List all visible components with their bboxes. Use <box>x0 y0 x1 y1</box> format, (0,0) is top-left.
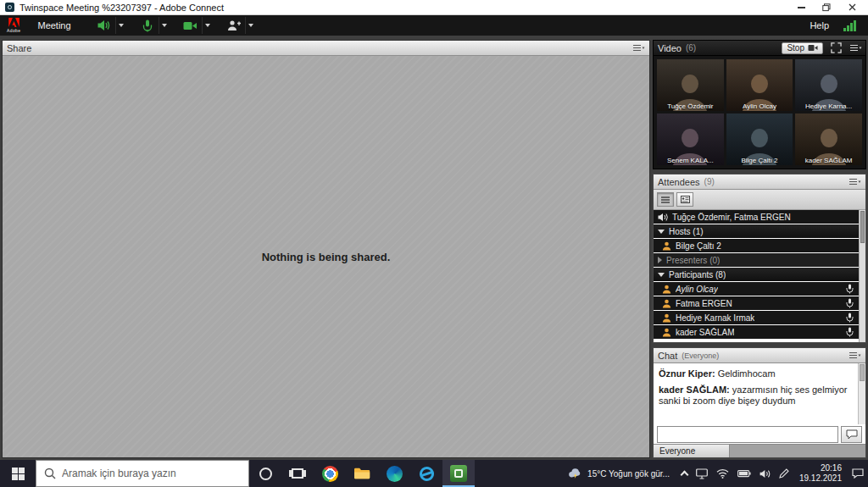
app-icon[interactable] <box>5 3 14 12</box>
chat-message: Öznur Kiper: Geldimhocam <box>659 368 853 379</box>
attendees-pod: Attendees (9) Tuğçe Özdemir, Fatma ERGEN <box>653 174 866 343</box>
video-tile[interactable]: Hediye Karna... <box>795 59 862 111</box>
speaker-icon <box>760 469 771 479</box>
video-tile[interactable]: kader SAĞLAM <box>795 113 862 165</box>
presenters-group-header[interactable]: Presenters (0) <box>654 253 865 267</box>
speaker-control-group <box>93 17 126 34</box>
active-speaker-icon <box>658 213 668 222</box>
hosts-group-header[interactable]: Hosts (1) <box>654 224 865 238</box>
share-pod-body: Nothing is being shared. <box>3 56 649 457</box>
pen-tray-button[interactable] <box>775 460 793 487</box>
microphone-icon[interactable] <box>136 17 159 34</box>
search-input[interactable] <box>62 468 241 479</box>
attendee-name: Aylin Olcay <box>676 285 718 294</box>
speaker-dropdown-arrow[interactable] <box>115 17 126 34</box>
webcam-dropdown-arrow[interactable] <box>202 17 213 34</box>
window-title: Twinspace Meeting %23207397 - Adobe Conn… <box>19 3 224 13</box>
adobe-connect-app-icon <box>450 465 467 482</box>
attendee-row[interactable]: Hediye Karnak Irmak <box>654 311 865 324</box>
pod-menu-icon <box>632 44 645 52</box>
attendees-count: (9) <box>704 177 715 186</box>
chat-pod-menu-button[interactable] <box>849 351 861 359</box>
participants-group-header[interactable]: Participants (8) <box>654 268 865 281</box>
restore-button[interactable] <box>814 0 839 14</box>
attendees-scrollbar[interactable] <box>859 210 865 342</box>
cortana-button[interactable] <box>249 460 281 487</box>
microphone-status-icon <box>846 327 854 337</box>
stop-webcam-button[interactable]: Stop <box>782 42 823 54</box>
start-button[interactable] <box>0 460 36 487</box>
attendee-status-view-button[interactable] <box>676 192 693 207</box>
hosts-group-label: Hosts (1) <box>669 227 704 236</box>
folder-icon <box>353 467 370 480</box>
video-pod-menu-button[interactable] <box>849 44 862 52</box>
attendee-row[interactable]: kader SAĞLAM <box>654 325 865 339</box>
taskbar-search-box[interactable] <box>36 460 249 487</box>
share-pod: Share Nothing is being shared. <box>2 40 650 458</box>
task-view-button[interactable] <box>281 460 314 487</box>
taskbar-clock[interactable]: 20:16 19.12.2021 <box>793 460 848 487</box>
chat-tab-everyone[interactable]: Everyone <box>654 445 730 457</box>
video-participant-name: kader SAĞLAM <box>795 157 862 164</box>
menu-meeting[interactable]: Meeting <box>37 20 70 30</box>
attendee-list-view-button[interactable] <box>657 192 674 207</box>
windows-taskbar: 15°C Yoğun gök gür... 20:16 19.12.2021 <box>0 460 868 487</box>
video-fullscreen-button[interactable] <box>831 42 842 53</box>
chat-scrollbar[interactable] <box>858 363 865 424</box>
microphone-dropdown-arrow[interactable] <box>159 17 170 34</box>
windows-logo-icon <box>12 468 25 480</box>
participant-icon <box>662 299 671 308</box>
video-tile[interactable]: Senem KALA... <box>657 113 724 165</box>
adobe-logo-icon: Adobe <box>7 18 20 33</box>
volume-tray-button[interactable] <box>755 460 775 487</box>
chat-send-button[interactable] <box>841 426 862 443</box>
attendee-row[interactable]: Aylin Olcay <box>654 282 865 296</box>
webcam-icon[interactable] <box>180 17 202 34</box>
attendees-pod-menu-button[interactable] <box>849 178 861 185</box>
speaker-icon[interactable] <box>93 17 115 34</box>
connection-signal-icon[interactable] <box>839 17 861 34</box>
weather-widget[interactable]: 15°C Yoğun gök gür... <box>560 460 677 487</box>
microphone-status-icon <box>846 298 854 308</box>
weather-text: 15°C Yoğun gök gür... <box>587 469 670 479</box>
active-speakers-names: Tuğçe Özdemir, Fatma ERGEN <box>672 213 791 222</box>
tray-overflow-button[interactable] <box>677 460 692 487</box>
video-tile[interactable]: Aylin Olcay <box>726 59 793 111</box>
participant-status-icon[interactable] <box>223 17 245 34</box>
video-participant-name: Aylin Olcay <box>726 102 793 110</box>
status-dropdown-arrow[interactable] <box>245 17 256 34</box>
edge-button[interactable] <box>378 460 410 487</box>
scrollbar-thumb[interactable] <box>860 364 865 381</box>
battery-tray-button[interactable] <box>733 460 755 487</box>
adobe-connect-window: Twinspace Meeting %23207397 - Adobe Conn… <box>0 0 868 487</box>
scrollbar-thumb[interactable] <box>860 211 865 243</box>
video-tile[interactable]: Bilge Çaltı 2 <box>726 113 793 165</box>
internet-explorer-button[interactable] <box>410 460 442 487</box>
display-tray-button[interactable] <box>692 460 712 487</box>
network-tray-button[interactable] <box>712 460 733 487</box>
chrome-button[interactable] <box>314 460 346 487</box>
share-pod-menu-button[interactable] <box>632 44 645 52</box>
chat-input[interactable] <box>657 426 838 443</box>
file-explorer-button[interactable] <box>346 460 378 487</box>
chat-input-row <box>657 426 862 443</box>
close-button[interactable] <box>839 0 865 14</box>
attendees-pod-header: Attendees (9) <box>654 174 865 190</box>
minimize-button[interactable] <box>788 0 814 14</box>
attendee-row[interactable]: Bilge Çaltı 2 <box>654 239 865 252</box>
attendee-name: kader SAĞLAM <box>676 328 734 337</box>
monitor-icon <box>696 468 708 479</box>
adobe-connect-taskbar-button[interactable] <box>442 460 475 487</box>
action-center-button[interactable] <box>848 460 868 487</box>
video-tile[interactable]: Tuğçe Özdemir <box>657 59 724 111</box>
menu-help[interactable]: Help <box>810 20 829 30</box>
chevron-down-icon <box>205 24 210 27</box>
attendee-row[interactable]: Fatma ERGEN <box>654 296 865 310</box>
chat-author: kader SAĞLAM: <box>659 385 730 395</box>
active-speakers-row[interactable]: Tuğçe Özdemir, Fatma ERGEN <box>654 210 865 224</box>
video-pod-title: Video <box>658 43 682 53</box>
chat-pod-title: Chat <box>658 351 677 361</box>
participants-group-label: Participants (8) <box>669 270 726 279</box>
host-icon <box>662 241 671 251</box>
status-view-icon <box>681 196 690 203</box>
